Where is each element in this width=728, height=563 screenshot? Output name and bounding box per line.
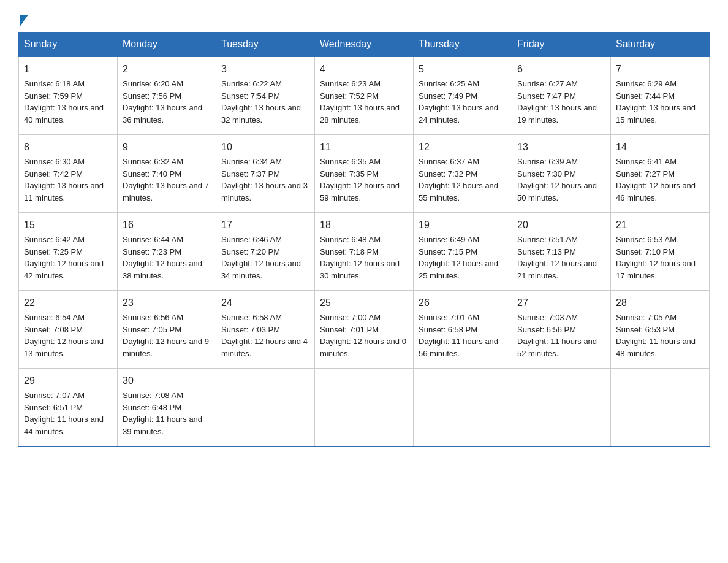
calendar-cell: 10 Sunrise: 6:34 AMSunset: 7:37 PMDaylig…: [216, 135, 315, 213]
header-sunday: Sunday: [19, 33, 118, 57]
day-number: 3: [221, 62, 309, 77]
day-number: 24: [221, 296, 309, 310]
calendar-cell: 8 Sunrise: 6:30 AMSunset: 7:42 PMDayligh…: [19, 135, 118, 213]
week-row-1: 1 Sunrise: 6:18 AMSunset: 7:59 PMDayligh…: [19, 56, 710, 135]
day-number: 18: [320, 218, 408, 232]
calendar-cell: 5 Sunrise: 6:25 AMSunset: 7:49 PMDayligh…: [414, 56, 512, 135]
day-number: 2: [123, 62, 211, 77]
day-info: Sunrise: 6:42 AMSunset: 7:25 PMDaylight:…: [24, 235, 104, 280]
day-info: Sunrise: 6:39 AMSunset: 7:30 PMDaylight:…: [517, 157, 597, 202]
day-number: 28: [616, 296, 704, 310]
logo: [18, 12, 28, 26]
day-info: Sunrise: 6:25 AMSunset: 7:49 PMDaylight:…: [419, 79, 498, 124]
day-number: 26: [419, 296, 507, 310]
day-info: Sunrise: 6:48 AMSunset: 7:18 PMDaylight:…: [320, 235, 400, 280]
calendar-cell: [611, 369, 710, 447]
day-number: 23: [123, 296, 211, 310]
day-info: Sunrise: 6:41 AMSunset: 7:27 PMDaylight:…: [616, 157, 696, 202]
calendar-cell: 21 Sunrise: 6:53 AMSunset: 7:10 PMDaylig…: [611, 213, 710, 291]
day-number: 15: [24, 218, 112, 232]
day-number: 5: [419, 62, 507, 77]
day-info: Sunrise: 6:20 AMSunset: 7:56 PMDaylight:…: [123, 79, 202, 124]
day-info: Sunrise: 7:08 AMSunset: 6:48 PMDaylight:…: [123, 391, 202, 436]
calendar-cell: 7 Sunrise: 6:29 AMSunset: 7:44 PMDayligh…: [611, 56, 710, 135]
day-info: Sunrise: 6:32 AMSunset: 7:40 PMDaylight:…: [123, 157, 209, 202]
day-number: 19: [419, 218, 507, 232]
calendar-cell: 26 Sunrise: 7:01 AMSunset: 6:58 PMDaylig…: [414, 291, 512, 369]
day-info: Sunrise: 6:58 AMSunset: 7:03 PMDaylight:…: [221, 313, 308, 358]
day-number: 22: [24, 296, 112, 310]
day-number: 17: [221, 218, 309, 232]
header-friday: Friday: [512, 33, 611, 57]
day-info: Sunrise: 6:34 AMSunset: 7:37 PMDaylight:…: [221, 157, 308, 202]
day-info: Sunrise: 6:29 AMSunset: 7:44 PMDaylight:…: [616, 79, 696, 124]
calendar-cell: [315, 369, 414, 447]
header-thursday: Thursday: [414, 33, 512, 57]
day-number: 20: [517, 218, 605, 232]
header-tuesday: Tuesday: [216, 33, 315, 57]
week-row-2: 8 Sunrise: 6:30 AMSunset: 7:42 PMDayligh…: [19, 135, 710, 213]
header-wednesday: Wednesday: [315, 33, 414, 57]
calendar-cell: 27 Sunrise: 7:03 AMSunset: 6:56 PMDaylig…: [512, 291, 611, 369]
calendar-cell: 2 Sunrise: 6:20 AMSunset: 7:56 PMDayligh…: [118, 56, 216, 135]
day-number: 8: [24, 140, 112, 155]
day-number: 14: [616, 140, 704, 155]
header-monday: Monday: [118, 33, 216, 57]
header-saturday: Saturday: [611, 33, 710, 57]
day-info: Sunrise: 6:49 AMSunset: 7:15 PMDaylight:…: [419, 235, 498, 280]
calendar-cell: 23 Sunrise: 6:56 AMSunset: 7:05 PMDaylig…: [118, 291, 216, 369]
day-info: Sunrise: 6:44 AMSunset: 7:23 PMDaylight:…: [123, 235, 202, 280]
calendar-cell: 15 Sunrise: 6:42 AMSunset: 7:25 PMDaylig…: [19, 213, 118, 291]
day-number: 6: [517, 62, 605, 77]
calendar-cell: 11 Sunrise: 6:35 AMSunset: 7:35 PMDaylig…: [315, 135, 414, 213]
page-header: [18, 12, 710, 26]
calendar-cell: 6 Sunrise: 6:27 AMSunset: 7:47 PMDayligh…: [512, 56, 611, 135]
day-info: Sunrise: 6:54 AMSunset: 7:08 PMDaylight:…: [24, 313, 104, 358]
day-info: Sunrise: 6:30 AMSunset: 7:42 PMDaylight:…: [24, 157, 104, 202]
day-number: 16: [123, 218, 211, 232]
calendar-cell: 16 Sunrise: 6:44 AMSunset: 7:23 PMDaylig…: [118, 213, 216, 291]
calendar-cell: 30 Sunrise: 7:08 AMSunset: 6:48 PMDaylig…: [118, 369, 216, 447]
day-number: 30: [123, 373, 211, 388]
day-number: 7: [616, 62, 704, 77]
day-info: Sunrise: 6:51 AMSunset: 7:13 PMDaylight:…: [517, 235, 597, 280]
day-number: 11: [320, 140, 408, 155]
day-number: 21: [616, 218, 704, 232]
calendar-cell: 14 Sunrise: 6:41 AMSunset: 7:27 PMDaylig…: [611, 135, 710, 213]
calendar-cell: 22 Sunrise: 6:54 AMSunset: 7:08 PMDaylig…: [19, 291, 118, 369]
day-info: Sunrise: 7:00 AMSunset: 7:01 PMDaylight:…: [320, 313, 406, 358]
day-info: Sunrise: 6:37 AMSunset: 7:32 PMDaylight:…: [419, 157, 498, 202]
calendar-cell: 20 Sunrise: 6:51 AMSunset: 7:13 PMDaylig…: [512, 213, 611, 291]
calendar-cell: 24 Sunrise: 6:58 AMSunset: 7:03 PMDaylig…: [216, 291, 315, 369]
day-number: 9: [123, 140, 211, 155]
calendar-cell: 3 Sunrise: 6:22 AMSunset: 7:54 PMDayligh…: [216, 56, 315, 135]
calendar-cell: [414, 369, 512, 447]
day-info: Sunrise: 6:18 AMSunset: 7:59 PMDaylight:…: [24, 79, 104, 124]
day-info: Sunrise: 6:27 AMSunset: 7:47 PMDaylight:…: [517, 79, 597, 124]
calendar-cell: 29 Sunrise: 7:07 AMSunset: 6:51 PMDaylig…: [19, 369, 118, 447]
calendar-cell: [512, 369, 611, 447]
calendar-cell: [216, 369, 315, 447]
day-number: 25: [320, 296, 408, 310]
day-info: Sunrise: 7:03 AMSunset: 6:56 PMDaylight:…: [517, 313, 597, 358]
day-number: 29: [24, 373, 112, 388]
calendar-cell: 25 Sunrise: 7:00 AMSunset: 7:01 PMDaylig…: [315, 291, 414, 369]
calendar-header-row: SundayMondayTuesdayWednesdayThursdayFrid…: [19, 33, 710, 57]
logo-arrow-icon: [20, 15, 28, 27]
week-row-5: 29 Sunrise: 7:07 AMSunset: 6:51 PMDaylig…: [19, 369, 710, 447]
day-info: Sunrise: 6:53 AMSunset: 7:10 PMDaylight:…: [616, 235, 696, 280]
day-number: 12: [419, 140, 507, 155]
week-row-4: 22 Sunrise: 6:54 AMSunset: 7:08 PMDaylig…: [19, 291, 710, 369]
week-row-3: 15 Sunrise: 6:42 AMSunset: 7:25 PMDaylig…: [19, 213, 710, 291]
calendar-cell: 9 Sunrise: 6:32 AMSunset: 7:40 PMDayligh…: [118, 135, 216, 213]
calendar-cell: 28 Sunrise: 7:05 AMSunset: 6:53 PMDaylig…: [611, 291, 710, 369]
day-info: Sunrise: 6:56 AMSunset: 7:05 PMDaylight:…: [123, 313, 209, 358]
calendar-cell: 19 Sunrise: 6:49 AMSunset: 7:15 PMDaylig…: [414, 213, 512, 291]
day-info: Sunrise: 7:05 AMSunset: 6:53 PMDaylight:…: [616, 313, 696, 358]
day-info: Sunrise: 6:23 AMSunset: 7:52 PMDaylight:…: [320, 79, 400, 124]
calendar-cell: 13 Sunrise: 6:39 AMSunset: 7:30 PMDaylig…: [512, 135, 611, 213]
day-info: Sunrise: 6:35 AMSunset: 7:35 PMDaylight:…: [320, 157, 400, 202]
day-info: Sunrise: 7:01 AMSunset: 6:58 PMDaylight:…: [419, 313, 498, 358]
calendar-cell: 12 Sunrise: 6:37 AMSunset: 7:32 PMDaylig…: [414, 135, 512, 213]
day-number: 10: [221, 140, 309, 155]
